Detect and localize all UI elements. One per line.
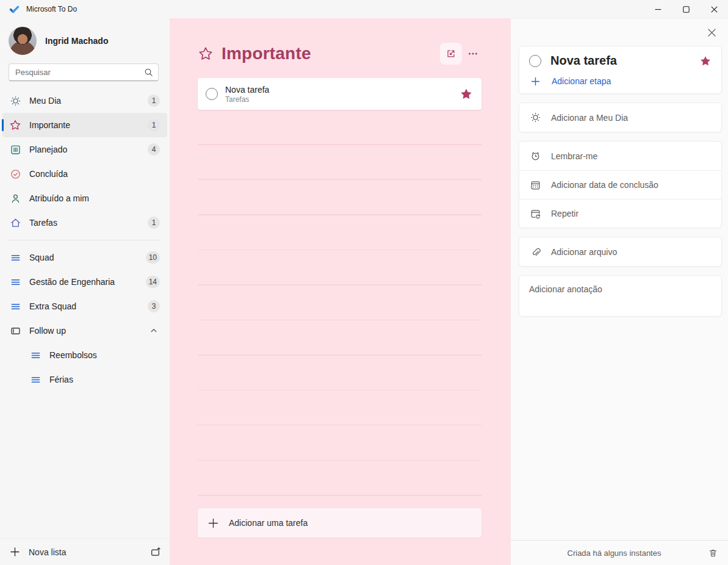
titlebar: Microsoft To Do [0,0,728,18]
detail-task-title[interactable]: Nova tarefa [550,54,699,68]
add-to-my-day-label: Adicionar a Meu Dia [551,113,628,123]
chevron-up-icon[interactable] [148,325,160,337]
task-text: Nova tarefa Tarefas [225,85,460,104]
plus-icon [531,77,540,86]
count-badge: 1 [148,217,160,229]
search-box [9,63,159,81]
sidebar-item-planejado[interactable]: Planejado 4 [2,137,167,162]
check-circle-icon [9,168,21,180]
search-input[interactable] [9,63,159,81]
schedule-card: Lembrar-me Adicionar data de conclusão [519,141,722,228]
sidebar-item-squad[interactable]: Squad 10 [2,245,167,270]
more-options-button[interactable] [462,43,484,65]
sidebar: Ingrid Machado Meu Dia 1 [0,18,170,565]
close-window-button[interactable] [700,0,728,18]
list-icon [29,349,41,361]
maximize-button[interactable] [672,0,700,18]
home-icon [9,217,21,229]
note-field[interactable]: Adicionar anotação [519,275,722,317]
list-icon [9,276,21,288]
add-step-label: Adicionar etapa [552,76,611,86]
minimize-button[interactable] [644,0,672,18]
task-list-name: Tarefas [225,95,460,104]
my-day-card: Adicionar a Meu Dia [519,103,722,132]
count-badge: 1 [148,95,160,107]
close-detail-icon[interactable] [707,28,716,37]
app-title: Microsoft To Do [26,5,77,13]
add-file-button[interactable]: Adicionar arquivo [519,237,721,266]
group-icon [9,325,21,337]
file-card: Adicionar arquivo [519,237,722,267]
task-row[interactable]: Nova tarefa Tarefas [198,78,481,110]
count-badge: 10 [146,251,160,264]
list-icon [9,300,21,312]
list-icon [9,251,21,264]
search-icon[interactable] [144,68,153,77]
avatar [9,27,37,55]
new-list-row: Nova lista [0,538,170,565]
count-badge: 14 [146,276,160,288]
remind-me-button[interactable]: Lembrar-me [519,142,721,170]
sidebar-item-label: Concluída [29,169,160,179]
todo-logo-icon [9,4,20,15]
empty-task-rows [198,110,481,508]
sidebar-item-reembolsos[interactable]: Reembolsos [2,343,167,367]
add-to-my-day-button[interactable]: Adicionar a Meu Dia [519,103,721,132]
new-list-button[interactable]: Nova lista [29,547,150,557]
sidebar-item-label: Meu Dia [29,96,148,106]
important-star-icon[interactable] [699,55,712,67]
count-badge: 1 [148,119,160,131]
alarm-clock-icon [529,150,541,162]
ellipsis-icon [467,48,478,59]
user-profile[interactable]: Ingrid Machado [0,23,170,63]
sidebar-group-follow-up[interactable]: Follow up [2,318,167,343]
add-due-date-button[interactable]: Adicionar data de conclusão [519,170,721,199]
add-step-button[interactable]: Adicionar etapa [529,76,712,86]
add-due-date-label: Adicionar data de conclusão [551,180,658,190]
note-placeholder: Adicionar anotação [529,284,602,294]
sidebar-item-atribuido-a-mim[interactable]: Atribuído a mim [2,186,167,211]
star-icon [198,46,214,62]
calendar-grid-icon [9,143,21,156]
detail-spacer [519,317,722,540]
sidebar-item-concluida[interactable]: Concluída [2,162,167,186]
important-star-icon[interactable] [460,87,473,101]
sidebar-item-label: Reembolsos [49,350,160,360]
repeat-button[interactable]: Repetir [519,199,721,228]
sidebar-item-label: Atribuído a mim [29,193,160,203]
user-name: Ingrid Machado [45,36,108,46]
new-group-icon[interactable] [150,546,161,558]
sidebar-item-tarefas[interactable]: Tarefas 1 [2,211,167,235]
plus-icon [207,517,219,529]
page-title: Importante [222,44,440,63]
sidebar-item-label: Extra Squad [29,301,148,311]
open-detail-view-button[interactable] [440,43,462,65]
person-icon [9,192,21,204]
delete-task-icon[interactable] [708,548,718,558]
task-title: Nova tarefa [225,85,460,95]
sidebar-item-ferias[interactable]: Férias [2,367,167,392]
sun-icon [529,112,541,123]
sidebar-item-extra-squad[interactable]: Extra Squad 3 [2,294,167,318]
add-task-label: Adicionar uma tarefa [229,518,308,528]
main-panel: Importante [170,18,511,565]
task-list: Nova tarefa Tarefas Adicionar uma tarefa [198,78,481,565]
detail-footer: Criada há alguns instantes [511,540,728,565]
sidebar-item-importante[interactable]: Importante 1 [2,113,167,137]
add-task-input[interactable]: Adicionar uma tarefa [198,508,481,538]
remind-me-label: Lembrar-me [551,151,597,161]
sidebar-item-gestao-de-engenharia[interactable]: Gestão de Engenharia 14 [2,270,167,294]
todo-app-window: Microsoft To Do Ingrid Machado [0,0,728,565]
count-badge: 4 [148,143,160,156]
complete-task-checkbox[interactable] [206,88,218,100]
sidebar-item-meu-dia[interactable]: Meu Dia 1 [2,88,167,113]
sun-icon [9,95,21,107]
repeat-label: Repetir [551,209,578,218]
task-detail-panel: Nova tarefa Adicionar etapa [511,18,728,565]
sidebar-divider [9,240,161,240]
star-icon [9,119,21,131]
main-header: Importante [198,43,484,65]
sidebar-item-label: Férias [49,375,160,384]
calendar-repeat-icon [529,208,541,220]
complete-task-checkbox[interactable] [529,55,541,67]
